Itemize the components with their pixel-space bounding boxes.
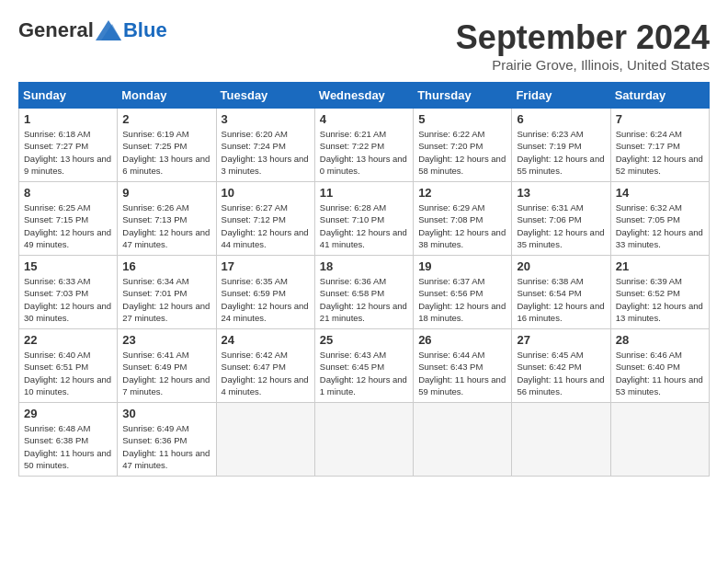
- day-number: 23: [122, 333, 210, 347]
- day-info: Sunrise: 6:34 AM Sunset: 7:01 PM Dayligh…: [122, 275, 210, 324]
- day-info: Sunrise: 6:29 AM Sunset: 7:08 PM Dayligh…: [418, 201, 506, 250]
- logo-general: General: [18, 18, 94, 42]
- calendar-day-cell: 24 Sunrise: 6:42 AM Sunset: 6:47 PM Dayl…: [216, 329, 314, 403]
- day-info: Sunrise: 6:37 AM Sunset: 6:56 PM Dayligh…: [418, 275, 506, 324]
- day-info: Sunrise: 6:48 AM Sunset: 6:38 PM Dayligh…: [24, 422, 112, 471]
- day-number: 6: [517, 112, 605, 126]
- month-title: September 2024: [456, 18, 710, 57]
- day-number: 13: [517, 186, 605, 200]
- day-number: 19: [418, 259, 506, 273]
- day-number: 7: [616, 112, 704, 126]
- day-info: Sunrise: 6:25 AM Sunset: 7:15 PM Dayligh…: [24, 201, 112, 250]
- day-number: 4: [320, 112, 408, 126]
- day-info: Sunrise: 6:33 AM Sunset: 7:03 PM Dayligh…: [24, 275, 112, 324]
- day-info: Sunrise: 6:43 AM Sunset: 6:45 PM Dayligh…: [320, 349, 408, 397]
- calendar-day-cell: 30 Sunrise: 6:49 AM Sunset: 6:36 PM Dayl…: [118, 403, 216, 477]
- calendar-day-cell: 4 Sunrise: 6:21 AM Sunset: 7:22 PM Dayli…: [314, 109, 413, 182]
- calendar-day-cell: 25 Sunrise: 6:43 AM Sunset: 6:45 PM Dayl…: [314, 329, 413, 403]
- calendar-day-cell: 3 Sunrise: 6:20 AM Sunset: 7:24 PM Dayli…: [216, 109, 314, 182]
- calendar-day-cell: [414, 403, 512, 477]
- title-block: September 2024 Prairie Grove, Illinois, …: [456, 18, 710, 73]
- day-number: 1: [24, 112, 112, 126]
- day-number: 21: [616, 259, 704, 273]
- day-info: Sunrise: 6:42 AM Sunset: 6:47 PM Dayligh…: [222, 349, 310, 397]
- day-number: 20: [517, 259, 605, 273]
- calendar-day-cell: 1 Sunrise: 6:18 AM Sunset: 7:27 PM Dayli…: [19, 109, 118, 182]
- day-number: 26: [418, 333, 506, 347]
- day-info: Sunrise: 6:27 AM Sunset: 7:12 PM Dayligh…: [222, 201, 310, 250]
- day-number: 25: [320, 333, 408, 347]
- calendar-day-cell: 2 Sunrise: 6:19 AM Sunset: 7:25 PM Dayli…: [118, 109, 216, 182]
- calendar-day-cell: 21 Sunrise: 6:39 AM Sunset: 6:52 PM Dayl…: [610, 256, 709, 329]
- logo: General Blue: [18, 18, 167, 42]
- day-number: 28: [616, 333, 704, 347]
- day-number: 22: [24, 333, 112, 347]
- calendar-day-cell: 14 Sunrise: 6:32 AM Sunset: 7:05 PM Dayl…: [610, 182, 709, 256]
- day-info: Sunrise: 6:49 AM Sunset: 6:36 PM Dayligh…: [122, 422, 210, 471]
- calendar-week-row: 29 Sunrise: 6:48 AM Sunset: 6:38 PM Dayl…: [19, 403, 710, 477]
- calendar-week-row: 8 Sunrise: 6:25 AM Sunset: 7:15 PM Dayli…: [19, 182, 710, 256]
- day-number: 11: [320, 186, 408, 200]
- day-info: Sunrise: 6:32 AM Sunset: 7:05 PM Dayligh…: [616, 201, 704, 250]
- day-number: 29: [24, 407, 112, 420]
- day-info: Sunrise: 6:38 AM Sunset: 6:54 PM Dayligh…: [517, 275, 605, 324]
- calendar-day-cell: 17 Sunrise: 6:35 AM Sunset: 6:59 PM Dayl…: [216, 256, 314, 329]
- day-number: 27: [517, 333, 605, 347]
- day-number: 18: [320, 259, 408, 273]
- weekday-header: Tuesday: [216, 83, 314, 109]
- logo-blue: Blue: [123, 18, 167, 42]
- day-info: Sunrise: 6:36 AM Sunset: 6:58 PM Dayligh…: [320, 275, 408, 324]
- day-info: Sunrise: 6:46 AM Sunset: 6:40 PM Dayligh…: [616, 349, 704, 397]
- day-number: 15: [24, 259, 112, 273]
- calendar-day-cell: 7 Sunrise: 6:24 AM Sunset: 7:17 PM Dayli…: [610, 109, 709, 182]
- day-info: Sunrise: 6:41 AM Sunset: 6:49 PM Dayligh…: [122, 349, 210, 397]
- day-info: Sunrise: 6:44 AM Sunset: 6:43 PM Dayligh…: [418, 349, 506, 397]
- day-number: 17: [222, 259, 310, 273]
- day-number: 24: [222, 333, 310, 347]
- day-info: Sunrise: 6:40 AM Sunset: 6:51 PM Dayligh…: [24, 349, 112, 397]
- calendar-day-cell: 15 Sunrise: 6:33 AM Sunset: 7:03 PM Dayl…: [19, 256, 118, 329]
- calendar-day-cell: 16 Sunrise: 6:34 AM Sunset: 7:01 PM Dayl…: [118, 256, 216, 329]
- day-number: 30: [122, 407, 210, 420]
- calendar-day-cell: [512, 403, 610, 477]
- calendar-day-cell: 29 Sunrise: 6:48 AM Sunset: 6:38 PM Dayl…: [19, 403, 118, 477]
- day-number: 5: [418, 112, 506, 126]
- day-number: 10: [222, 186, 310, 200]
- day-number: 9: [122, 186, 210, 200]
- weekday-header: Friday: [512, 83, 610, 109]
- calendar-day-cell: 10 Sunrise: 6:27 AM Sunset: 7:12 PM Dayl…: [216, 182, 314, 256]
- day-number: 8: [24, 186, 112, 200]
- day-number: 12: [418, 186, 506, 200]
- weekday-header: Wednesday: [314, 83, 413, 109]
- calendar-day-cell: [314, 403, 413, 477]
- calendar-week-row: 15 Sunrise: 6:33 AM Sunset: 7:03 PM Dayl…: [19, 256, 710, 329]
- day-info: Sunrise: 6:22 AM Sunset: 7:20 PM Dayligh…: [418, 128, 506, 177]
- weekday-header: Thursday: [414, 83, 512, 109]
- day-info: Sunrise: 6:31 AM Sunset: 7:06 PM Dayligh…: [517, 201, 605, 250]
- day-number: 14: [616, 186, 704, 200]
- calendar-day-cell: 19 Sunrise: 6:37 AM Sunset: 6:56 PM Dayl…: [414, 256, 512, 329]
- location: Prairie Grove, Illinois, United States: [456, 57, 710, 73]
- calendar-day-cell: 26 Sunrise: 6:44 AM Sunset: 6:43 PM Dayl…: [414, 329, 512, 403]
- calendar-day-cell: 6 Sunrise: 6:23 AM Sunset: 7:19 PM Dayli…: [512, 109, 610, 182]
- day-info: Sunrise: 6:35 AM Sunset: 6:59 PM Dayligh…: [222, 275, 310, 324]
- day-info: Sunrise: 6:45 AM Sunset: 6:42 PM Dayligh…: [517, 349, 605, 397]
- calendar-table: SundayMondayTuesdayWednesdayThursdayFrid…: [18, 82, 710, 477]
- calendar-day-cell: [610, 403, 709, 477]
- logo-icon: [96, 20, 121, 40]
- day-info: Sunrise: 6:26 AM Sunset: 7:13 PM Dayligh…: [122, 201, 210, 250]
- day-info: Sunrise: 6:21 AM Sunset: 7:22 PM Dayligh…: [320, 128, 408, 177]
- day-number: 3: [222, 112, 310, 126]
- day-info: Sunrise: 6:20 AM Sunset: 7:24 PM Dayligh…: [222, 128, 310, 177]
- day-info: Sunrise: 6:39 AM Sunset: 6:52 PM Dayligh…: [616, 275, 704, 324]
- day-number: 2: [122, 112, 210, 126]
- calendar-day-cell: 8 Sunrise: 6:25 AM Sunset: 7:15 PM Dayli…: [19, 182, 118, 256]
- calendar-day-cell: 22 Sunrise: 6:40 AM Sunset: 6:51 PM Dayl…: [19, 329, 118, 403]
- calendar-day-cell: 11 Sunrise: 6:28 AM Sunset: 7:10 PM Dayl…: [314, 182, 413, 256]
- weekday-header: Saturday: [610, 83, 709, 109]
- calendar-week-row: 22 Sunrise: 6:40 AM Sunset: 6:51 PM Dayl…: [19, 329, 710, 403]
- day-info: Sunrise: 6:18 AM Sunset: 7:27 PM Dayligh…: [24, 128, 112, 177]
- day-info: Sunrise: 6:23 AM Sunset: 7:19 PM Dayligh…: [517, 128, 605, 177]
- calendar-day-cell: 28 Sunrise: 6:46 AM Sunset: 6:40 PM Dayl…: [610, 329, 709, 403]
- calendar-day-cell: 13 Sunrise: 6:31 AM Sunset: 7:06 PM Dayl…: [512, 182, 610, 256]
